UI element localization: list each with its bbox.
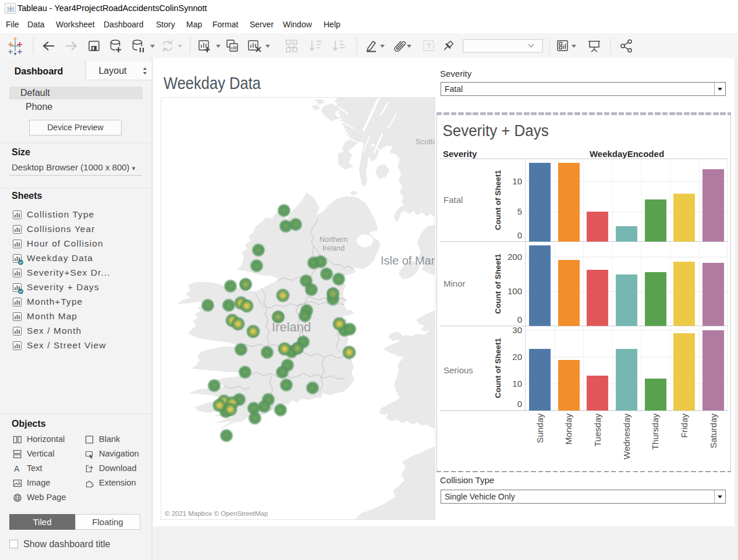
svg-text:Severity + Days: Severity + Days bbox=[443, 122, 549, 140]
svg-text:Ireland: Ireland bbox=[322, 244, 345, 252]
svg-text:Saturday: Saturday bbox=[708, 413, 718, 449]
svg-text:20: 20 bbox=[512, 352, 522, 362]
svg-text:Northern: Northern bbox=[320, 236, 348, 244]
svg-text:Sunday: Sunday bbox=[535, 413, 545, 443]
svg-text:Serious: Serious bbox=[443, 365, 473, 375]
svg-text:Count of Sheet1: Count of Sheet1 bbox=[494, 254, 502, 314]
svg-text:30: 30 bbox=[512, 325, 522, 335]
svg-text:Monday: Monday bbox=[563, 413, 573, 445]
svg-text:Minor: Minor bbox=[443, 279, 466, 288]
svg-text:0: 0 bbox=[517, 230, 522, 240]
svg-text:5: 5 bbox=[517, 206, 522, 216]
svg-text:Tuesday: Tuesday bbox=[592, 413, 602, 447]
svg-text:Scotland: Scotland bbox=[416, 137, 435, 146]
svg-text:Thursday: Thursday bbox=[650, 413, 660, 450]
svg-text:T: T bbox=[427, 42, 431, 51]
svg-text:A: A bbox=[14, 464, 20, 473]
svg-text:Count of Sheet1: Count of Sheet1 bbox=[494, 338, 502, 398]
svg-text:0: 0 bbox=[517, 315, 522, 324]
svg-text:200: 200 bbox=[508, 252, 522, 262]
svg-text:10: 10 bbox=[512, 176, 522, 186]
svg-text:Isle of Man: Isle of Man bbox=[381, 254, 435, 267]
svg-text:Wednesday: Wednesday bbox=[622, 413, 631, 459]
svg-text:0: 0 bbox=[517, 399, 522, 409]
svg-text:Friday: Friday bbox=[679, 413, 689, 438]
svg-text:Count of Sheet1: Count of Sheet1 bbox=[494, 170, 502, 230]
svg-text:10: 10 bbox=[512, 379, 522, 388]
svg-text:100: 100 bbox=[508, 286, 522, 296]
svg-text:Fatal: Fatal bbox=[443, 195, 463, 205]
svg-text:Severity: Severity bbox=[443, 149, 477, 159]
svg-text:WeekdayEncoded: WeekdayEncoded bbox=[590, 149, 664, 159]
